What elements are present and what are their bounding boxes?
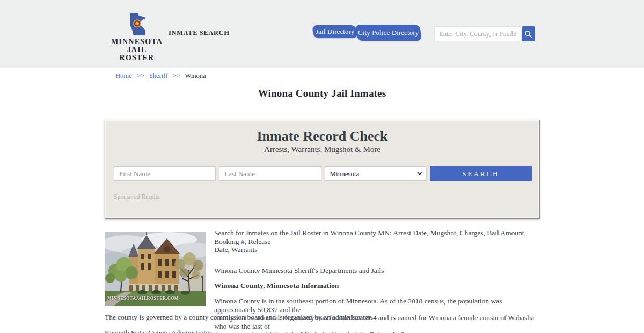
page-title: Winona County Jail Inmates bbox=[0, 88, 644, 99]
breadcrumb-home-link[interactable]: Home bbox=[115, 72, 132, 79]
site-logo[interactable]: MINNESOTA JAIL ROSTER bbox=[113, 12, 161, 62]
logo-line2: JAIL ROSTER bbox=[111, 46, 163, 62]
inmate-search-label: INMATE SEARCH bbox=[169, 29, 229, 37]
facility-search-input[interactable] bbox=[434, 26, 521, 41]
last-name-input[interactable] bbox=[219, 166, 321, 181]
county-info-heading: Winona County, Minnesota Information bbox=[214, 281, 539, 290]
courthouse-illustration bbox=[105, 232, 206, 306]
breadcrumb-separator: >> bbox=[137, 72, 144, 79]
city-police-directory-button[interactable]: City Police Directory bbox=[355, 25, 422, 41]
page: MINNESOTA JAIL ROSTER INMATE SEARCH Jail… bbox=[0, 0, 644, 333]
search-icon bbox=[524, 30, 532, 38]
breadcrumb-separator: >> bbox=[173, 72, 180, 79]
state-select-wrap: Minnesota bbox=[325, 166, 427, 181]
state-select[interactable]: Minnesota bbox=[325, 166, 427, 181]
photo-watermark: MINNESOTAJAILROSTER.COM bbox=[107, 296, 179, 301]
logo-line1: MINNESOTA bbox=[111, 38, 163, 46]
facility-search-button[interactable] bbox=[522, 26, 535, 41]
record-check-form: Minnesota SEARCH bbox=[114, 166, 532, 181]
record-search-button[interactable]: SEARCH bbox=[430, 166, 532, 181]
site-header: MINNESOTA JAIL ROSTER INMATE SEARCH Jail… bbox=[0, 0, 644, 68]
sponsored-results-label: Sponsored Results bbox=[114, 193, 159, 200]
breadcrumb: Home >> Sheriff >> Winona bbox=[115, 72, 206, 80]
first-name-field-wrap bbox=[114, 166, 216, 181]
minnesota-state-icon bbox=[125, 12, 149, 37]
breadcrumb-current: Winona bbox=[185, 72, 206, 79]
courthouse-photo: MINNESOTAJAILROSTER.COM bbox=[105, 232, 206, 306]
inmate-record-check-panel: Inmate Record Check Arrests, Warrants, M… bbox=[105, 120, 540, 219]
last-name-field-wrap bbox=[219, 166, 321, 181]
sheriff-departments-paragraph: Winona County Minnesota Sheriff's Depart… bbox=[214, 266, 539, 275]
roster-search-paragraph: Search for Inmates on the Jail Roster in… bbox=[214, 229, 539, 254]
breadcrumb-sheriff-link[interactable]: Sheriff bbox=[149, 72, 168, 79]
facility-search bbox=[434, 26, 535, 41]
logo-text: MINNESOTA JAIL ROSTER bbox=[111, 38, 163, 62]
first-name-input[interactable] bbox=[114, 166, 216, 181]
county-governance-paragraph: The county is governed by a county commi… bbox=[105, 313, 539, 322]
jail-directory-button[interactable]: Jail Directory bbox=[312, 25, 357, 38]
record-check-title: Inmate Record Check bbox=[105, 128, 539, 144]
state-select-value: Minnesota bbox=[330, 170, 360, 178]
city-police-directory-label: City Police Directory bbox=[358, 29, 419, 37]
record-check-subtitle: Arrests, Warrants, Mugshot & More bbox=[105, 145, 539, 154]
jail-directory-label: Jail Directory bbox=[316, 28, 355, 36]
county-administrator-paragraph: Kenneth Fritz, County Administrator bbox=[105, 329, 539, 333]
